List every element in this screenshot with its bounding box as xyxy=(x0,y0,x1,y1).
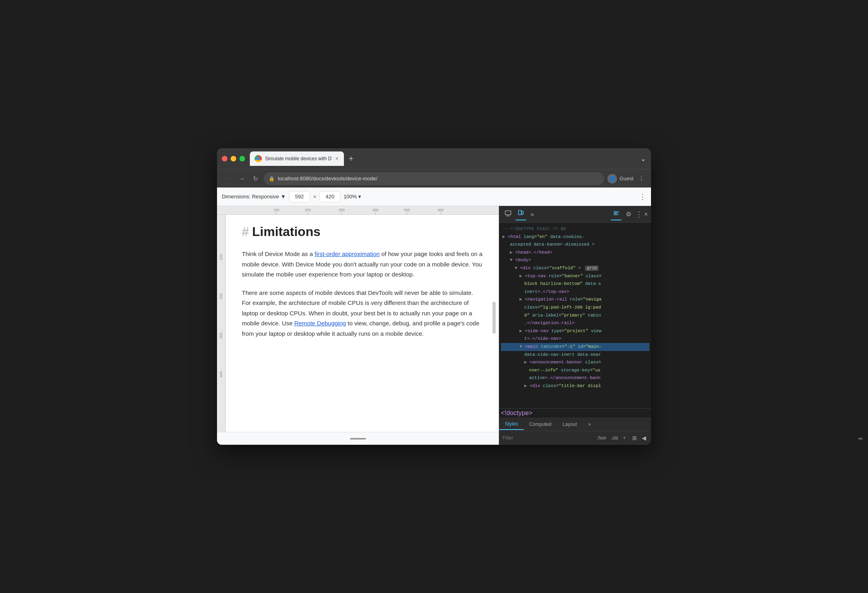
ruler-mark-v100: 100 xyxy=(219,254,223,262)
ruler-left: 100 200 300 400 xyxy=(217,215,226,432)
width-input[interactable] xyxy=(289,191,310,202)
cls-filter[interactable]: .cls xyxy=(609,434,620,442)
ruler-mark-v300: 300 xyxy=(219,333,223,341)
profile-button[interactable]: 👤 Guest xyxy=(607,174,633,184)
heading-text: Limitations xyxy=(252,224,321,239)
title-bar: Simulate mobile devices with D × + ⌄ xyxy=(217,148,651,169)
scrollbar[interactable] xyxy=(492,302,496,334)
profile-name: Guest xyxy=(619,175,633,182)
doctype-comment: ···<!DOCTYPE html> == $0 xyxy=(502,226,566,231)
nav-rail-line4: …</navigation-rail> xyxy=(501,319,649,327)
devtools-more-icon[interactable]: ⋮ xyxy=(635,210,643,219)
dimensions-dropdown[interactable]: Dimensions: Responsive ▼ xyxy=(222,194,286,200)
body-line[interactable]: ▼ <body> xyxy=(501,256,649,264)
hov-filter[interactable]: :hov xyxy=(595,434,608,442)
ruler-mark-600: 600 xyxy=(438,208,444,214)
dimensions-arrow-icon: ▼ xyxy=(281,194,286,200)
doctype-text: <!doctype> xyxy=(501,409,532,416)
scaffold-line[interactable]: ▼ <div class="scaffold" > grid xyxy=(501,264,649,272)
close-traffic-light[interactable] xyxy=(222,156,227,161)
styles-icon-1[interactable]: ⊞ xyxy=(631,434,639,442)
html-line[interactable]: ▶ <html lang="en" data-cookies- xyxy=(501,233,649,241)
remote-debugging-link[interactable]: Remote Debugging xyxy=(294,320,346,327)
address-bar[interactable]: 🔒 localhost:8080/docs/devtools/device-mo… xyxy=(264,172,604,185)
paragraph-1: Think of Device Mode as a first-order ap… xyxy=(242,249,483,280)
console-panel-icon[interactable] xyxy=(611,208,622,220)
first-order-link[interactable]: first-order approximation xyxy=(315,250,380,257)
nav-rail-line3: 0" aria-label="primary" tabin xyxy=(501,312,649,320)
tab-title: Simulate mobile devices with D xyxy=(265,156,332,161)
title-bar-line[interactable]: ▶ <div class="title-bar displ xyxy=(501,382,649,390)
lock-icon: 🔒 xyxy=(269,176,275,182)
side-nav-line2: t>…</side-nav> xyxy=(501,335,649,343)
more-tools-icon[interactable]: » xyxy=(528,209,536,220)
svg-rect-2 xyxy=(522,211,523,214)
page-heading: # Limitations xyxy=(242,224,483,239)
head-line[interactable]: ▶ <head>…</head> xyxy=(501,249,649,257)
minimize-traffic-light[interactable] xyxy=(231,156,236,161)
styles-icon-2[interactable]: ◀ xyxy=(640,434,648,442)
ruler-top: 100 200 300 400 500 600 xyxy=(217,206,499,215)
announcement-line[interactable]: ▶ <announcement-banner class= xyxy=(501,359,649,367)
back-button[interactable]: ← xyxy=(222,173,233,184)
ruler-mark-v200: 200 xyxy=(219,293,223,301)
ruler-mark-v400: 400 xyxy=(219,371,223,379)
nav-right-icons: 👤 Guest ⋮ xyxy=(607,173,646,184)
announcement-line2: nner--info" storage-key="us xyxy=(501,367,649,375)
add-filter[interactable]: + xyxy=(621,434,627,442)
height-input[interactable] xyxy=(319,191,340,202)
devtools-bottom-tabs: Styles Computed Layout » xyxy=(499,418,651,431)
ruler-mark-500: 500 xyxy=(404,208,410,214)
zoom-arrow-icon: ▾ xyxy=(358,194,361,200)
tab-close-icon[interactable]: × xyxy=(335,155,339,162)
tab-styles[interactable]: Styles xyxy=(499,419,524,430)
toolbar-more-icon[interactable]: ⋮ xyxy=(639,192,646,201)
zoom-dropdown[interactable]: 100% ▾ xyxy=(344,194,361,200)
dom-tree[interactable]: ···<!DOCTYPE html> == $0 ▶ <html lang="e… xyxy=(499,223,651,408)
devtools-toolbar: » ⚙ ⋮ × xyxy=(499,206,651,223)
dimension-separator: × xyxy=(313,194,316,200)
viewport-bottom-bar: ✏ xyxy=(217,432,499,445)
top-nav-line[interactable]: ▶ <top-nav role="banner" class= xyxy=(501,272,649,280)
doctype-line: ···<!DOCTYPE html> == $0 xyxy=(501,225,649,233)
nav-bar: ← → ↻ 🔒 localhost:8080/docs/devtools/dev… xyxy=(217,169,651,188)
filter-tags: :hov .cls + xyxy=(595,434,627,442)
chrome-favicon xyxy=(255,155,262,162)
filter-input[interactable] xyxy=(502,435,592,441)
tab-computed[interactable]: Computed xyxy=(524,419,557,430)
tab-layout[interactable]: Layout xyxy=(557,419,583,430)
browser-more-icon[interactable]: ⋮ xyxy=(637,173,646,184)
zoom-value: 100% xyxy=(344,194,357,200)
grid-badge: grid xyxy=(585,266,599,271)
devtools-close-icon[interactable]: × xyxy=(644,211,648,218)
window-chevron-icon[interactable]: ⌄ xyxy=(640,154,646,163)
heading-hash: # xyxy=(242,224,249,239)
main-line[interactable]: ▼ <main tabindex="-1" id="main- xyxy=(501,343,649,351)
settings-icon[interactable]: ⚙ xyxy=(623,209,634,220)
tab-more-styles[interactable]: » xyxy=(583,419,597,430)
announcement-line3: active>…</announcement-bann xyxy=(501,374,649,382)
filter-bar: :hov .cls + ⊞ ◀ xyxy=(499,431,651,445)
ruler-mark-200: 200 xyxy=(305,208,311,214)
inspect-element-icon[interactable] xyxy=(502,209,514,220)
device-toolbar: Dimensions: Responsive ▼ × 100% ▾ ⋮ xyxy=(217,188,651,206)
browser-window: Simulate mobile devices with D × + ⌄ ← →… xyxy=(217,148,651,445)
ruler-mark-100: 100 xyxy=(273,208,279,214)
url-text: localhost:8080/docs/devtools/device-mode… xyxy=(278,175,599,182)
doctype-selector[interactable]: <!doctype> xyxy=(499,409,651,418)
browser-tab[interactable]: Simulate mobile devices with D × xyxy=(250,151,344,166)
scroll-handle[interactable] xyxy=(350,438,366,440)
viewport-area: 100 200 300 400 500 600 100 200 300 400 xyxy=(217,206,499,445)
devtools-panel: » ⚙ ⋮ × ···<!DOCTYPE html> == $0 xyxy=(499,206,651,445)
maximize-traffic-light[interactable] xyxy=(239,156,245,161)
side-nav-line[interactable]: ▶ <side-nav type="project" view xyxy=(501,327,649,335)
device-mode-icon[interactable] xyxy=(515,208,526,220)
new-tab-button[interactable]: + xyxy=(346,153,357,165)
page-viewport[interactable]: # Limitations Think of Device Mode as a … xyxy=(226,215,499,432)
svg-rect-0 xyxy=(505,211,511,215)
forward-button[interactable]: → xyxy=(236,173,247,184)
nav-rail-line[interactable]: ▶ <navigation-rail role="naviga xyxy=(501,296,649,304)
reload-button[interactable]: ↻ xyxy=(251,173,261,184)
devtools-bottom: <!doctype> Styles Computed Layout » :hov… xyxy=(499,408,651,445)
html-line-cont: accepted data-banner-dismissed > xyxy=(501,241,649,249)
